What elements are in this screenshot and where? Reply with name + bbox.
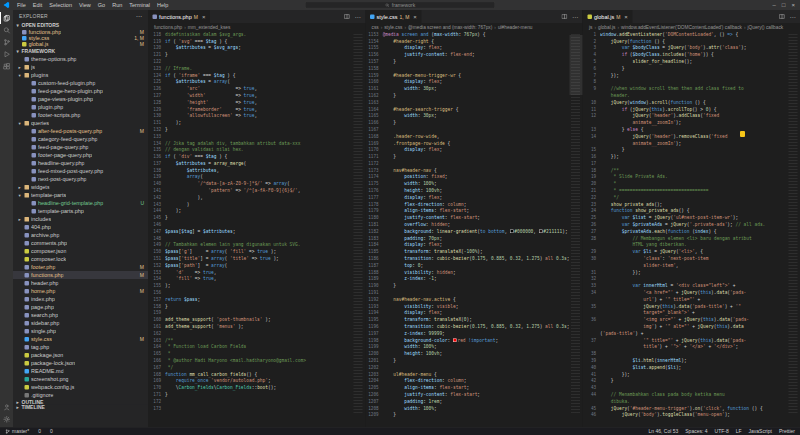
breadcrumb-segment[interactable]: mm_extended_kses bbox=[188, 24, 231, 30]
tree-item-footer-page-query.php[interactable]: footer-page-query.php bbox=[13, 151, 148, 159]
breadcrumb-segment[interactable]: functions.php bbox=[154, 24, 182, 30]
tab-global.js[interactable]: global.jsM× bbox=[583, 10, 632, 23]
breadcrumb-segment[interactable]: style.css bbox=[384, 24, 402, 30]
tree-item-footer-scripts.php[interactable]: footer-scripts.php bbox=[13, 111, 148, 119]
tree-item-composer.lock[interactable]: composer.lock bbox=[13, 255, 148, 263]
tree-item-page-views-plugin.php[interactable]: page-views-plugin.php bbox=[13, 95, 148, 103]
project-header[interactable]: ▾ FRAMEWORK bbox=[13, 47, 148, 55]
tab-style.css[interactable]: style.css1, M× bbox=[366, 10, 422, 23]
command-center-search[interactable]: framework bbox=[305, 2, 495, 9]
tree-item-package.json[interactable]: package.json bbox=[13, 351, 148, 359]
tree-item-feed-page-hero-plugin.php[interactable]: feed-page-hero-plugin.php bbox=[13, 87, 148, 95]
menu-file[interactable]: File bbox=[14, 0, 30, 10]
tree-item-page.php[interactable]: page.php bbox=[13, 303, 148, 311]
menu-view[interactable]: View bbox=[75, 0, 94, 10]
tree-item-plugins[interactable]: ▾plugins bbox=[13, 71, 148, 79]
status-git-branch[interactable]: master* bbox=[5, 429, 29, 435]
tree-item-404.php[interactable]: 404.php bbox=[13, 223, 148, 231]
more-actions-icon[interactable]: ⋯ bbox=[572, 13, 578, 20]
tree-item-webpack.config.js[interactable]: webpack.config.js bbox=[13, 383, 148, 391]
status-warnings[interactable]: 0 bbox=[48, 429, 53, 435]
menu-selection[interactable]: Selection bbox=[46, 0, 76, 10]
tree-item-after-feed-posts-query.php[interactable]: after-feed-posts-query.phpM bbox=[13, 127, 148, 135]
tree-item-search.php[interactable]: search.php bbox=[13, 311, 148, 319]
minimap[interactable] bbox=[352, 31, 365, 427]
tree-item-functions.php[interactable]: functions.phpM bbox=[13, 271, 148, 279]
account-icon[interactable] bbox=[0, 401, 13, 413]
tree-item-header.php[interactable]: header.php bbox=[13, 279, 148, 287]
extensions-icon[interactable] bbox=[0, 60, 13, 72]
close-icon[interactable]: × bbox=[624, 13, 628, 20]
tree-item-theme-options.php[interactable]: theme-options.php bbox=[13, 55, 148, 63]
tree-item-comments.php[interactable]: comments.php bbox=[13, 239, 148, 247]
close-icon[interactable]: × bbox=[202, 13, 206, 20]
run-and-debug-icon[interactable] bbox=[0, 48, 13, 60]
breadcrumb-segment[interactable]: window.addEventListener('DOMContentLoade… bbox=[621, 24, 742, 30]
breadcrumb-segment[interactable]: @media screen and (max-width: 767px) bbox=[408, 24, 492, 30]
minimap-slider[interactable] bbox=[570, 35, 583, 95]
tree-item-template-parts[interactable]: ▾template-parts bbox=[13, 191, 148, 199]
tree-item-next-post-query.php[interactable]: next-post-query.php bbox=[13, 175, 148, 183]
menu-help[interactable]: Help bbox=[154, 0, 172, 10]
tree-item-style.css[interactable]: style.cssM bbox=[13, 335, 148, 343]
search-icon[interactable] bbox=[0, 24, 13, 36]
tree-item-screenshot.png[interactable]: screenshot.png bbox=[13, 375, 148, 383]
breadcrumb-segment[interactable]: global.js bbox=[598, 24, 615, 30]
tree-item-archive.php[interactable]: archive.php bbox=[13, 231, 148, 239]
breadcrumb[interactable]: css›style.css›@media screen and (max-wid… bbox=[366, 23, 583, 31]
menu-terminal[interactable]: Terminal bbox=[126, 0, 154, 10]
minimap[interactable] bbox=[787, 31, 800, 427]
tree-item-includes[interactable]: ▸includes bbox=[13, 215, 148, 223]
tree-item-tag.php[interactable]: tag.php bbox=[13, 343, 148, 351]
split-editor-icon[interactable] bbox=[344, 14, 350, 20]
tree-item-sidebar.php[interactable]: sidebar.php bbox=[13, 319, 148, 327]
menu-edit[interactable]: Edit bbox=[29, 0, 45, 10]
status-utf8[interactable]: UTF-8 bbox=[715, 429, 729, 435]
source-control-icon[interactable] bbox=[0, 36, 13, 48]
tree-item-home.php[interactable]: home.phpM bbox=[13, 287, 148, 295]
breadcrumb-segment[interactable]: ul#header-menu bbox=[498, 24, 533, 30]
tree-item-.gitignore[interactable]: .gitignore bbox=[13, 391, 148, 399]
tree-item-custom-feed-plugin.php[interactable]: custom-feed-plugin.php bbox=[13, 79, 148, 87]
tree-item-js[interactable]: ▸js bbox=[13, 63, 148, 71]
split-editor-icon[interactable] bbox=[779, 14, 785, 20]
minimize-button[interactable]: – bbox=[773, 2, 776, 9]
maximize-button[interactable]: □ bbox=[782, 2, 786, 9]
settings-icon[interactable] bbox=[0, 413, 13, 425]
code-area[interactable]: 1window.addEventListener('DOMContentLoad… bbox=[583, 31, 800, 427]
menu-run[interactable]: Run bbox=[109, 0, 126, 10]
breadcrumb-segment[interactable]: jQuery() callback bbox=[748, 24, 784, 30]
close-icon[interactable]: × bbox=[413, 13, 417, 20]
tree-item-feed-page-query.php[interactable]: feed-page-query.php bbox=[13, 143, 148, 151]
split-editor-icon[interactable] bbox=[562, 14, 568, 20]
breadcrumb-segment[interactable]: css bbox=[372, 24, 379, 30]
breadcrumb[interactable]: functions.php›mm_extended_kses bbox=[148, 23, 365, 31]
status-prettier[interactable]: Prettier bbox=[779, 429, 795, 435]
code-area[interactable]: 118didefinisikan dalam $svg_args.119if (… bbox=[148, 31, 365, 427]
tree-item-package-lock.json[interactable]: package-lock.json bbox=[13, 359, 148, 367]
tree-item-footer.php[interactable]: footer.phpM bbox=[13, 263, 148, 271]
more-actions-icon[interactable]: ⋯ bbox=[790, 13, 796, 20]
tab-functions.php[interactable]: functions.phpM× bbox=[148, 10, 210, 23]
tree-item-README.md[interactable]: README.md bbox=[13, 367, 148, 375]
tree-item-headline-query.php[interactable]: headline-query.php bbox=[13, 159, 148, 167]
tree-item-template-parts.php[interactable]: template-parts.php bbox=[13, 207, 148, 215]
code-area[interactable]: 1153@media screen and (max-width: 767px)… bbox=[366, 31, 583, 427]
status-errors[interactable]: 0 bbox=[36, 429, 41, 435]
status-lf[interactable]: LF bbox=[736, 429, 742, 435]
status-spaces[interactable]: Spaces: 4 bbox=[685, 429, 707, 435]
breadcrumb[interactable]: js›global.js›window.addEventListener('DO… bbox=[583, 23, 800, 31]
tree-item-widgets[interactable]: ▸widgets bbox=[13, 183, 148, 191]
tree-item-index.php[interactable]: index.php bbox=[13, 295, 148, 303]
tree-item-composer.json[interactable]: composer.json bbox=[13, 247, 148, 255]
more-actions-icon[interactable]: ⋯ bbox=[355, 13, 361, 20]
menu-go[interactable]: Go bbox=[94, 0, 108, 10]
more-actions-icon[interactable]: ⋯ bbox=[136, 12, 142, 19]
status-javascript[interactable]: JavaScript bbox=[749, 429, 772, 435]
tree-item-feed-mixed-post-query.php[interactable]: feed-mixed-post-query.php bbox=[13, 167, 148, 175]
tree-item-headline-grid-template.php[interactable]: headline-grid-template.phpU bbox=[13, 199, 148, 207]
tree-item-plugin.php[interactable]: plugin.php bbox=[13, 103, 148, 111]
close-button[interactable]: × bbox=[791, 2, 795, 9]
breadcrumb-segment[interactable]: js bbox=[589, 24, 592, 30]
tree-item-queries[interactable]: ▾queries bbox=[13, 119, 148, 127]
